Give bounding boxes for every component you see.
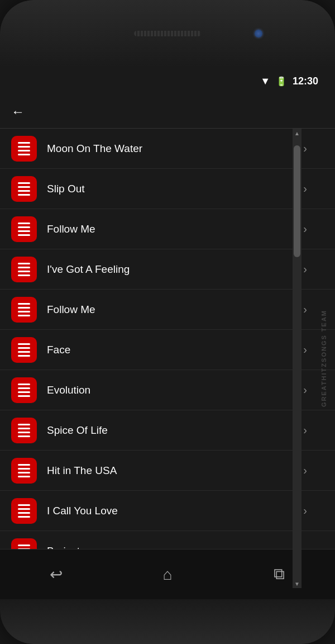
nav-back-button[interactable]: ↩ — [39, 558, 73, 591]
lines-icon — [18, 263, 30, 276]
battery-icon: 🔋 — [276, 76, 287, 87]
phone-bottom — [0, 599, 335, 644]
scrollbar-thumb[interactable] — [294, 145, 300, 257]
song-item[interactable]: Follow Me› — [0, 290, 335, 330]
camera-dot — [255, 30, 262, 37]
home-nav-icon: ⌂ — [163, 566, 173, 584]
lines-icon — [18, 222, 30, 236]
scrollbar-arrow-up[interactable]: ▲ — [293, 129, 302, 138]
song-icon — [11, 216, 37, 242]
back-button[interactable]: ← — [11, 104, 25, 120]
lines-icon — [18, 343, 30, 357]
song-list: Moon On The Water›Slip Out›Follow Me›I'v… — [0, 129, 335, 549]
lines-icon — [18, 504, 30, 518]
back-nav-icon: ↩ — [50, 565, 63, 584]
chevron-right-icon: › — [303, 222, 307, 235]
chevron-right-icon: › — [303, 142, 307, 155]
song-title: Moon On The Water — [47, 143, 303, 155]
song-icon — [11, 538, 37, 550]
song-item[interactable]: I've Got A Feeling› — [0, 249, 335, 290]
song-title: Face — [47, 344, 303, 356]
phone-device: ▼ 🔋 12:30 ← Moon On The Water›Slip Out›F… — [0, 0, 335, 644]
watermark: GREATHITZSONGS TEAM — [318, 129, 329, 588]
chevron-right-icon: › — [303, 464, 307, 477]
lines-icon — [18, 424, 30, 437]
song-title: Evolution — [47, 384, 303, 396]
bottom-nav: ↩ ⌂ ⧉ — [0, 549, 335, 599]
song-title: Spice Of Life — [47, 424, 303, 437]
song-icon — [11, 136, 37, 162]
chevron-right-icon: › — [303, 182, 307, 195]
watermark-text: GREATHITZSONGS TEAM — [320, 310, 327, 407]
nav-recent-button[interactable]: ⧉ — [262, 558, 296, 591]
song-item[interactable]: Slip Out› — [0, 169, 335, 209]
lines-icon — [18, 182, 30, 196]
song-item[interactable]: Spice Of Life› — [0, 410, 335, 451]
app-header: ← — [0, 95, 335, 129]
chevron-right-icon: › — [303, 544, 307, 549]
time-display: 12:30 — [293, 75, 318, 87]
lines-icon — [18, 544, 30, 550]
phone-top — [0, 0, 335, 67]
lines-icon — [18, 383, 30, 397]
nav-home-button[interactable]: ⌂ — [151, 558, 184, 591]
chevron-right-icon: › — [303, 343, 307, 356]
song-title: Brainstorm — [47, 545, 303, 550]
chevron-right-icon: › — [303, 424, 307, 437]
speaker-grille — [134, 31, 201, 36]
wifi-icon: ▼ — [260, 75, 270, 87]
song-item[interactable]: Evolution› — [0, 370, 335, 410]
chevron-right-icon: › — [303, 504, 307, 517]
song-icon — [11, 257, 37, 282]
chevron-right-icon: › — [303, 303, 307, 316]
song-icon — [11, 297, 37, 323]
song-item[interactable]: Brainstorm› — [0, 531, 335, 549]
chevron-right-icon: › — [303, 383, 307, 396]
song-title: Follow Me — [47, 304, 303, 316]
song-icon — [11, 377, 37, 403]
scrollbar-arrow-down[interactable]: ▼ — [293, 579, 302, 588]
song-icon — [11, 176, 37, 202]
song-title: I've Got A Feeling — [47, 263, 303, 276]
status-bar: ▼ 🔋 12:30 — [0, 67, 335, 95]
lines-icon — [18, 303, 30, 316]
recent-nav-icon: ⧉ — [274, 565, 285, 584]
song-item[interactable]: I Call You Love› — [0, 491, 335, 531]
song-icon — [11, 498, 37, 524]
song-title: Hit in The USA — [47, 465, 303, 477]
song-title: Follow Me — [47, 223, 303, 235]
song-item[interactable]: Face› — [0, 330, 335, 370]
scrollbar[interactable]: ▲ ▼ — [293, 129, 302, 588]
lines-icon — [18, 142, 30, 155]
song-title: I Call You Love — [47, 505, 303, 517]
song-item[interactable]: Hit in The USA› — [0, 451, 335, 491]
lines-icon — [18, 464, 30, 477]
song-icon — [11, 458, 37, 484]
song-title: Slip Out — [47, 183, 303, 195]
song-icon — [11, 337, 37, 363]
song-icon — [11, 418, 37, 443]
chevron-right-icon: › — [303, 263, 307, 276]
song-item[interactable]: Moon On The Water› — [0, 129, 335, 169]
song-item[interactable]: Follow Me› — [0, 209, 335, 249]
